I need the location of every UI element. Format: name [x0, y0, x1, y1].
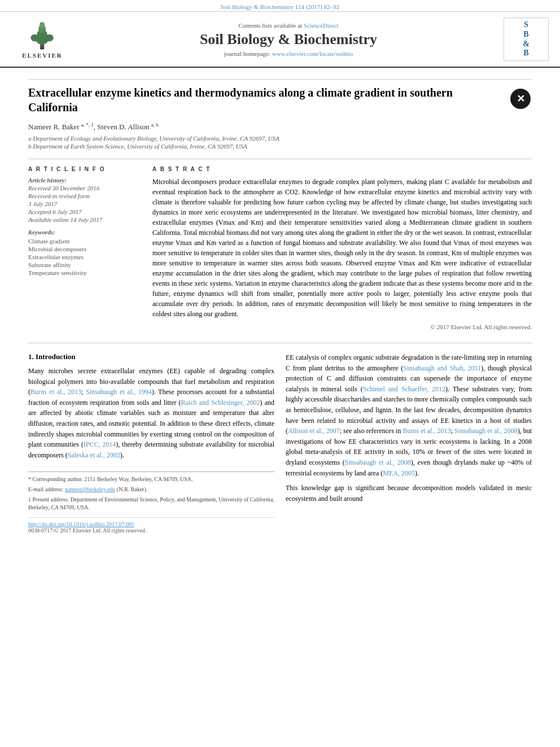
body-right-column: EE catalysis of complex organic substrat…: [286, 352, 532, 534]
received-date: Received 30 December 2016: [28, 185, 141, 191]
footnote-1: 1 Present address: Department of Environ…: [28, 496, 274, 512]
elsevier-tree-icon: [21, 20, 64, 51]
section-divider: [28, 343, 532, 343]
abstract-column: A B S T R A C T Microbial decomposers pr…: [152, 166, 532, 332]
ref-sinsabaugh-shah2011[interactable]: Sinsabaugh and Shah, 2011: [403, 364, 481, 372]
article-title: Extracellular enzyme kinetics and thermo…: [28, 85, 509, 115]
ref-sinsabaugh2008b[interactable]: Sinsabaugh et al., 2008: [345, 458, 411, 466]
elsevier-brand-text: ELSEVIER: [22, 52, 63, 59]
abstract-paragraph: Microbial decomposers produce extracellu…: [152, 177, 532, 319]
revised-date: 3 July 2017: [28, 200, 141, 207]
ref-raich2002[interactable]: Raich and Schlesinger, 2002: [181, 399, 260, 407]
ref-burns2013[interactable]: Burns et al., 2013: [30, 388, 81, 396]
article-info-abstract-section: A R T I C L E I N F O Article history: R…: [28, 159, 532, 332]
contents-label: Contents lists available at: [238, 22, 302, 29]
body-two-col: 1. Introduction Many microbes secrete ex…: [28, 352, 532, 534]
abstract-text: Microbial decomposers produce extracellu…: [152, 177, 532, 332]
svg-point-6: [45, 34, 54, 42]
svg-point-5: [30, 34, 39, 42]
journal-reference-bar: Soil Biology & Biochemistry 114 (2017) 8…: [0, 0, 560, 12]
keywords-section: Keywords: Climate gradient Microbial dec…: [28, 229, 141, 276]
article-history: Article history: Received 30 December 20…: [28, 177, 141, 223]
keywords-label: Keywords:: [28, 229, 141, 235]
journal-title-area: Contents lists available at ScienceDirec…: [79, 22, 498, 57]
history-label: Article history:: [28, 177, 141, 184]
ref-mea2005[interactable]: MEA, 2005: [383, 469, 415, 477]
article-info-column: A R T I C L E I N F O Article history: R…: [28, 166, 141, 332]
footnote-star-text: * Corresponding author. 2151 Berkeley Wa…: [28, 476, 193, 482]
svg-text:✕: ✕: [517, 93, 525, 104]
authors-text: Nameer R. Baker a, *, 1, Steven D. Allis…: [28, 123, 159, 131]
article-body: Extracellular enzyme kinetics and thermo…: [0, 68, 560, 545]
affiliations: a Department of Ecology and Evolutionary…: [28, 135, 532, 150]
crossmark-badge: ✕: [509, 88, 532, 110]
journal-ref-text: Soil Biology & Biochemistry 114 (2017) 8…: [221, 3, 339, 10]
authors-line: Nameer R. Baker a, *, 1, Steven D. Allis…: [28, 121, 532, 131]
journal-logo-sb: SB&B: [506, 20, 546, 58]
received-revised-label: Received in revised form: [28, 193, 141, 199]
homepage-link[interactable]: www.elsevier.com/locate/soilbio: [272, 50, 353, 57]
footnote-star: * Corresponding author. 2151 Berkeley Wa…: [28, 475, 274, 483]
svg-rect-7: [40, 47, 43, 50]
email-link[interactable]: nameer@berkeley.edu: [65, 486, 115, 492]
article-info-label: A R T I C L E I N F O: [28, 166, 141, 172]
homepage-label: journal homepage:: [224, 50, 270, 57]
abstract-label: A B S T R A C T: [152, 166, 532, 172]
body-left-column: 1. Introduction Many microbes secrete ex…: [28, 352, 274, 534]
email-label: E-mail address:: [28, 486, 63, 492]
keyword-2: Microbial decomposers: [28, 246, 141, 252]
intro-para3: This knowledge gap is significant becaus…: [286, 483, 532, 504]
email-attribution: (N.R. Baker).: [117, 486, 147, 492]
journal-title: Soil Biology & Biochemistry: [79, 31, 498, 48]
ref-ipcc2014[interactable]: IPCC, 2014: [84, 440, 116, 448]
ref-schimel2012[interactable]: Schimel and Schaeffer, 2012: [363, 385, 445, 393]
contents-line: Contents lists available at ScienceDirec…: [79, 22, 498, 29]
ref-saleska2002[interactable]: Saleska et al., 2002: [68, 451, 120, 459]
svg-point-4: [40, 22, 45, 28]
accepted-date: Accepted 6 July 2017: [28, 208, 141, 215]
elsevier-logo-area: ELSEVIER: [11, 20, 73, 59]
ref-sinsabaugh2008[interactable]: Sinsabaugh et al., 2008: [454, 427, 518, 435]
intro-para2: EE catalysis of complex organic substrat…: [286, 352, 532, 478]
journal-logo-box: SB&B: [504, 18, 549, 61]
footnote-email: E-mail address: nameer@berkeley.edu (N.R…: [28, 486, 274, 493]
journal-homepage-line: journal homepage: www.elsevier.com/locat…: [79, 50, 498, 57]
article-title-section: Extracellular enzyme kinetics and thermo…: [28, 79, 532, 115]
keyword-5: Temperature sensitivity: [28, 269, 141, 276]
keyword-4: Substrate affinity: [28, 261, 141, 268]
ref-burns2013b[interactable]: Burns et al., 2013: [403, 427, 450, 435]
keyword-1: Climate gradient: [28, 238, 141, 244]
available-online: Available online 14 July 2017: [28, 216, 141, 223]
intro-heading: 1. Introduction: [28, 352, 274, 361]
intro-para1: Many microbes secrete extracellular enzy…: [28, 366, 274, 460]
footnote-section: * Corresponding author. 2151 Berkeley Wa…: [28, 471, 274, 512]
ref-sinsabaugh1994[interactable]: Sinsabaugh et al., 1994: [86, 388, 152, 396]
sciencedirect-link[interactable]: ScienceDirect: [304, 22, 339, 29]
copyright-line: © 2017 Elsevier Ltd. All rights reserved…: [152, 322, 532, 332]
ref-allison2007[interactable]: Allison et al., 2007: [288, 427, 340, 435]
keyword-3: Extracellular enzymes: [28, 254, 141, 260]
affiliation-a: a Department of Ecology and Evolutionary…: [28, 135, 532, 142]
doi-line: http://dx.doi.org/10.1016/j.soilbio.2017…: [28, 517, 274, 527]
doi-link[interactable]: http://dx.doi.org/10.1016/j.soilbio.2017…: [28, 521, 134, 527]
affiliation-b: b Department of Earth System Science, Un…: [28, 143, 532, 150]
journal-header: ELSEVIER Contents lists available at Sci…: [0, 12, 560, 68]
issn-line: 0038-0717/© 2017 Elsevier Ltd. All right…: [28, 527, 274, 534]
